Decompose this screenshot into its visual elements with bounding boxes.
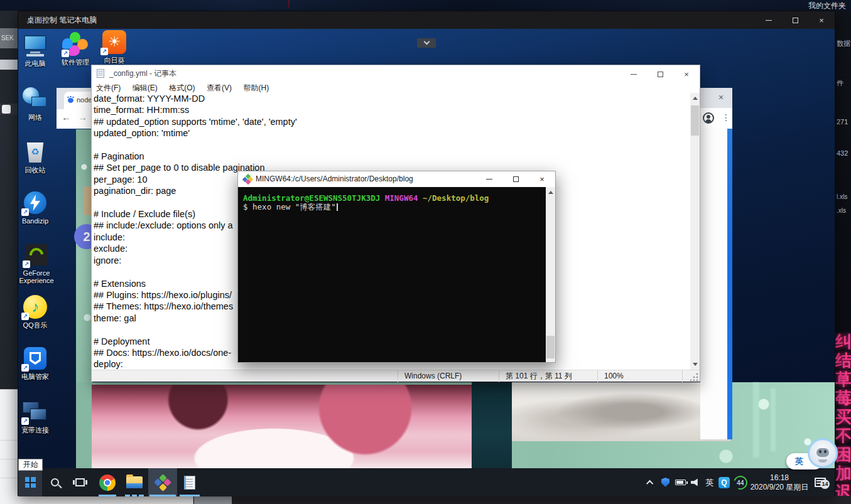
host-screen-right-sliver: 数据 件 271 432 l.xls .xls 纠 结 草 莓 买 不 困 加 … xyxy=(835,11,851,504)
windows-logo-icon xyxy=(25,477,36,488)
menu-format[interactable]: 格式(O) xyxy=(165,82,199,94)
tray-volume[interactable] xyxy=(688,468,703,496)
taskbar-search-button[interactable] xyxy=(42,468,67,496)
taskbar[interactable]: 英 Q 44 16:18 2020/9/20 星期日 xyxy=(18,468,835,496)
desktop-icon-this-pc[interactable]: 此电脑 xyxy=(18,33,52,67)
tray-overflow-button[interactable] xyxy=(643,468,658,496)
terminal-output[interactable]: Administrator@ESEWSNS50TJK3DJ MINGW64 ~/… xyxy=(239,187,546,362)
tray-battery[interactable] xyxy=(673,468,688,496)
resize-grip[interactable] xyxy=(690,372,699,381)
running-indicator xyxy=(99,495,116,496)
shield-icon xyxy=(661,478,669,487)
text-cursor xyxy=(337,203,338,211)
host-screen-left-sliver: SEK xyxy=(0,11,18,504)
scroll-up-arrow[interactable] xyxy=(690,93,700,104)
host-folder-label: 我的文件夹 xyxy=(808,1,846,11)
chevron-up-icon xyxy=(646,480,653,486)
host-right-vertical-text: 纠 结 草 莓 买 不 困 加 迟 xyxy=(835,332,851,501)
system-tray: 英 Q 44 16:18 2020/9/20 星期日 xyxy=(643,468,831,496)
notification-icon: 14 xyxy=(815,478,826,487)
host-right-fragment: .xls xyxy=(837,207,846,214)
start-button[interactable] xyxy=(18,468,42,496)
wallpaper-anime-right xyxy=(512,382,730,441)
shortcut-arrow-icon: ↗ xyxy=(21,208,29,216)
taskbar-app-explorer[interactable] xyxy=(121,468,148,496)
task-view-icon xyxy=(75,478,85,486)
this-pc-icon xyxy=(21,33,49,58)
tray-pc-manager[interactable] xyxy=(658,468,673,496)
browser-back-icon[interactable]: ← xyxy=(62,112,71,122)
taskbar-app-notepad[interactable] xyxy=(177,468,202,496)
qq-music-icon: ♪ ↗ xyxy=(21,295,49,320)
task-view-button[interactable] xyxy=(67,468,92,496)
geforce-icon: ↗ xyxy=(23,243,50,268)
desktop-icon-geforce[interactable]: ↗ GeForce Experience xyxy=(18,243,55,284)
scroll-down-arrow[interactable] xyxy=(690,359,700,370)
desktop-icon-software-manager[interactable]: ↗ 软件管理 xyxy=(58,32,92,66)
terminal-scrollbar[interactable] xyxy=(546,187,555,362)
minimize-icon xyxy=(766,20,772,21)
scrollbar-thumb[interactable] xyxy=(546,336,555,358)
performance-ring-icon: 44 xyxy=(731,473,749,491)
notepad-titlebar[interactable]: _config.yml - 记事本 × xyxy=(92,65,700,82)
scrollbar-thumb[interactable] xyxy=(691,105,699,136)
host-bottom-popup-edge xyxy=(18,496,193,504)
taskbar-app-chrome[interactable] xyxy=(94,468,121,496)
notepad-file-icon xyxy=(97,69,104,78)
status-caret-position: 第 101 行，第 11 列 xyxy=(499,370,597,382)
terminal-titlebar[interactable]: MINGW64:/c/Users/Administrator/Desktop/b… xyxy=(238,171,555,187)
terminal-close-button[interactable]: × xyxy=(529,171,555,187)
host-left-band xyxy=(0,115,18,389)
pc-manager-icon: ↗ xyxy=(21,346,49,372)
terminal-maximize-button[interactable] xyxy=(502,171,529,187)
browser-profile-icon[interactable] xyxy=(703,112,714,124)
action-center-button[interactable]: 14 xyxy=(810,468,831,496)
menu-view[interactable]: 查看(V) xyxy=(202,82,236,94)
desktop-icon-pc-manager[interactable]: ↗ 电脑管家 xyxy=(18,346,52,380)
host-left-band xyxy=(0,389,18,504)
menu-file[interactable]: 文件(F) xyxy=(92,82,125,94)
minimize-button[interactable] xyxy=(756,11,782,29)
broadband-icon: ↗ xyxy=(21,400,49,425)
browser-toolbar-edge: ⋮ xyxy=(700,108,732,129)
browser-tab[interactable]: node xyxy=(64,92,91,109)
notepad-minimize-button[interactable] xyxy=(621,65,647,83)
close-button[interactable]: × xyxy=(808,11,835,29)
ime-assistant-icon[interactable] xyxy=(808,438,838,468)
browser-forward-icon[interactable]: → xyxy=(78,112,87,122)
tray-qq[interactable]: Q xyxy=(717,468,732,496)
terminal-minimize-button[interactable] xyxy=(476,171,502,187)
network-icon xyxy=(21,87,49,112)
shortcut-arrow-icon: ↗ xyxy=(23,260,30,268)
scroll-up-arrow[interactable] xyxy=(546,187,555,198)
notepad-maximize-button[interactable] xyxy=(647,65,673,83)
desktop-icon-broadband[interactable]: ↗ 宽带连接 xyxy=(18,400,52,434)
maximize-icon xyxy=(793,18,798,23)
git-bash-icon xyxy=(243,174,252,184)
menu-edit[interactable]: 编辑(E) xyxy=(128,82,162,94)
recycle-bin-icon: ♻ xyxy=(21,140,49,165)
wallpaper-glow xyxy=(753,382,759,458)
browser-close-icon[interactable]: × xyxy=(718,92,724,102)
baidu-paw-icon xyxy=(68,98,73,103)
notepad-vertical-scrollbar[interactable] xyxy=(690,93,700,370)
remote-toolbar-collapse-button[interactable] xyxy=(417,38,436,48)
browser-menu-icon[interactable]: ⋮ xyxy=(722,112,730,122)
browser-tab-label: node xyxy=(77,96,92,104)
tray-clock[interactable]: 16:18 2020/9/20 星期日 xyxy=(749,468,810,496)
host-left-band xyxy=(0,104,18,115)
desktop-icon-network[interactable]: 网络 xyxy=(18,87,52,121)
menu-help[interactable]: 帮助(H) xyxy=(239,82,273,94)
desktop-icon-bandizip[interactable]: ↗ Bandizip xyxy=(18,191,52,225)
maximize-button[interactable] xyxy=(782,11,808,29)
desktop-icon-sunflower[interactable]: ☀ ↗ 向日葵 xyxy=(97,30,131,64)
desktop-icon-recycle-bin[interactable]: ♻ 回收站 xyxy=(18,140,52,174)
tray-ime[interactable]: 英 xyxy=(703,468,717,496)
host-wallpaper-top: 我的文件夹 xyxy=(0,0,851,11)
desktop-icon-qq-music[interactable]: ♪ ↗ QQ音乐 xyxy=(18,295,52,329)
notepad-close-button[interactable]: × xyxy=(673,65,700,83)
tray-performance[interactable]: 44 xyxy=(732,468,749,496)
shortcut-arrow-icon: ↗ xyxy=(100,48,108,55)
taskbar-app-gitbash[interactable] xyxy=(148,468,177,496)
remote-titlebar[interactable]: 桌面控制 笔记本电脑 × xyxy=(18,11,835,29)
